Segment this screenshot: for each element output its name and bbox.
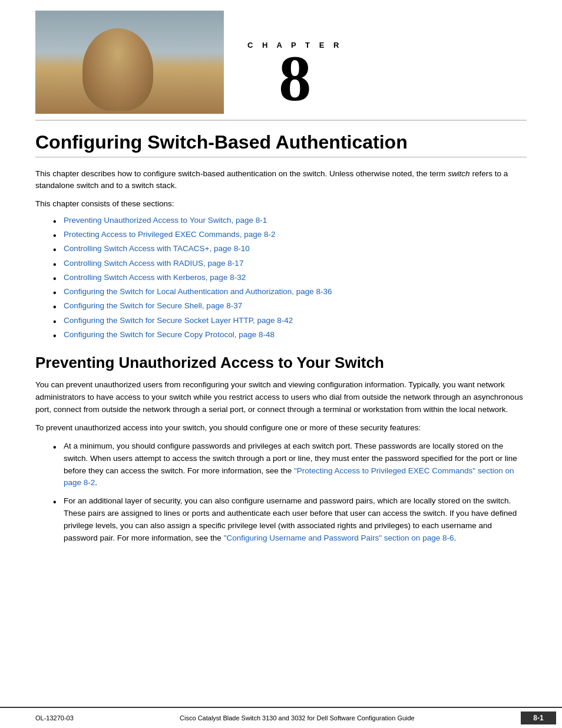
toc-link-3[interactable]: Controlling Switch Access with TACACS+, … (64, 244, 250, 253)
intro-paragraph-1: This chapter describes how to configure … (35, 168, 527, 192)
bullet2-link[interactable]: "Configuring Username and Password Pairs… (224, 533, 454, 542)
toc-link-7[interactable]: Configuring the Switch for Secure Shell,… (64, 301, 242, 310)
footer-title: Cisco Catalyst Blade Switch 3130 and 303… (74, 714, 521, 722)
toc-link-5[interactable]: Controlling Switch Access with Kerberos,… (64, 273, 246, 282)
page-footer: OL-13270-03 Cisco Catalyst Blade Switch … (0, 707, 562, 728)
list-item: Controlling Switch Access with TACACS+, … (53, 243, 527, 255)
intro-paragraph-2: This chapter consists of these sections: (35, 198, 527, 210)
list-item: At a minimum, you should configure passw… (53, 440, 527, 490)
page: C H A P T E R 8 Configuring Switch-Based… (0, 0, 562, 728)
header-rule (35, 120, 527, 121)
list-item: For an additional layer of security, you… (53, 495, 527, 545)
list-item: Configuring the Switch for Secure Copy P… (53, 329, 527, 341)
toc-link-1[interactable]: Preventing Unauthorized Access to Your S… (64, 216, 267, 225)
toc-link-6[interactable]: Configuring the Switch for Local Authent… (64, 287, 332, 296)
main-content: This chapter describes how to configure … (0, 168, 562, 545)
list-item: Preventing Unauthorized Access to Your S… (53, 215, 527, 226)
bullet2-text-after: . (454, 533, 456, 542)
page-title: Configuring Switch-Based Authentication (35, 131, 527, 153)
title-rule (35, 157, 527, 157)
list-item: Controlling Switch Access with Kerberos,… (53, 272, 527, 284)
section1-para2: To prevent unauthorized access into your… (35, 422, 527, 434)
list-item: Configuring the Switch for Local Authent… (53, 286, 527, 298)
toc-link-9[interactable]: Configuring the Switch for Secure Copy P… (64, 330, 275, 339)
chapter-block: C H A P T E R 8 (224, 41, 342, 114)
chapter-image (35, 11, 224, 114)
footer-page-number: 8-1 (521, 711, 556, 724)
section1-heading: Preventing Unauthorized Access to Your S… (35, 354, 527, 372)
chapter-number: 8 (279, 50, 311, 108)
toc-list: Preventing Unauthorized Access to Your S… (53, 215, 527, 341)
section1-bullets: At a minimum, you should configure passw… (53, 440, 527, 545)
header-area: C H A P T E R 8 (0, 0, 562, 114)
toc-link-8[interactable]: Configuring the Switch for Secure Socket… (64, 316, 293, 325)
list-item: Configuring the Switch for Secure Shell,… (53, 300, 527, 312)
list-item: Protecting Access to Privileged EXEC Com… (53, 229, 527, 241)
section1-para1: You can prevent unauthorized users from … (35, 379, 527, 416)
toc-link-2[interactable]: Protecting Access to Privileged EXEC Com… (64, 230, 275, 239)
toc-link-4[interactable]: Controlling Switch Access with RADIUS, p… (64, 259, 243, 268)
footer-doc-id: OL-13270-03 (35, 714, 74, 722)
bullet1-text-after: . (95, 478, 97, 487)
list-item: Controlling Switch Access with RADIUS, p… (53, 258, 527, 269)
list-item: Configuring the Switch for Secure Socket… (53, 315, 527, 327)
